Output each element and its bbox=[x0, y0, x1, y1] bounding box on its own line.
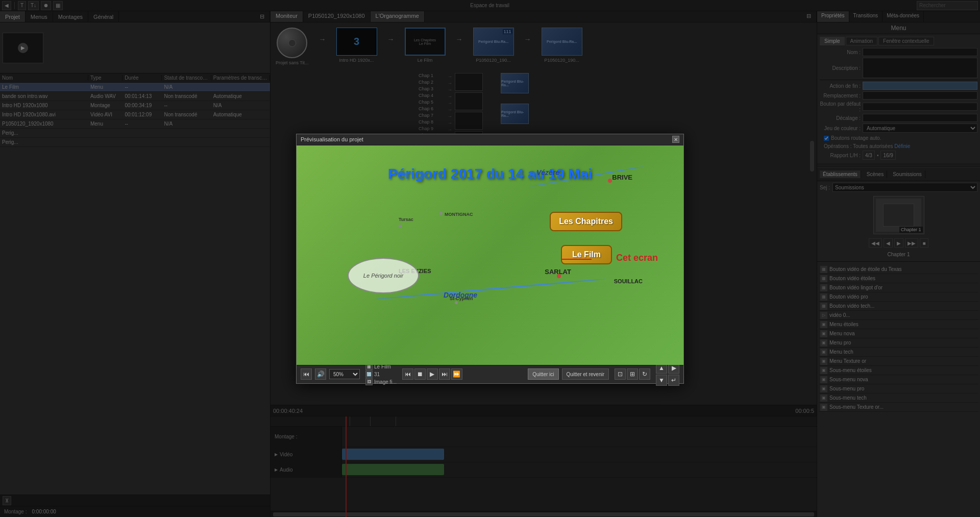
modal-nav-play[interactable]: ▶ bbox=[427, 368, 438, 380]
modal-image-label: Image fi... bbox=[374, 379, 397, 385]
perigord-text: Le Périgord noir bbox=[363, 273, 403, 279]
city-dot-st-cyprien bbox=[455, 301, 458, 304]
city-montignac: MONTIGNAC bbox=[445, 212, 473, 217]
brive-dot bbox=[608, 179, 612, 183]
preview-modal: Prévisualisation du projet ✕ Périgord 20… bbox=[296, 134, 684, 384]
modal-down[interactable]: ▼ bbox=[656, 375, 667, 386]
modal-title: Prévisualisation du projet bbox=[301, 136, 363, 142]
cet-ecran-label: Cet ecran bbox=[616, 253, 658, 263]
modal-resize-1[interactable]: ⊡ bbox=[615, 368, 626, 380]
modal-chapter-row: 🔢 31 bbox=[365, 371, 397, 378]
modal-overlay[interactable]: Prévisualisation du projet ✕ Périgord 20… bbox=[0, 0, 980, 517]
city-dot-montignac bbox=[439, 212, 443, 215]
modal-right-controls: ⊡ ⊞ ↻ bbox=[615, 368, 650, 380]
perigord-oval: Le Périgord noir bbox=[348, 258, 419, 293]
map-title: Périgord 2017 du 14 au 19 Mai bbox=[388, 166, 592, 182]
modal-content: Périgord 2017 du 14 au 19 Mai Vézère Dor… bbox=[297, 145, 683, 365]
chapter-icon: 🔢 bbox=[365, 371, 373, 378]
btn-film[interactable]: Le Film bbox=[561, 245, 612, 264]
modal-resize-2[interactable]: ⊞ bbox=[627, 368, 638, 380]
map-image: Périgord 2017 du 14 au 19 Mai Vézère Dor… bbox=[297, 145, 683, 365]
modal-speed-select[interactable]: 50% bbox=[329, 369, 360, 379]
image-icon: 🖼 bbox=[365, 378, 373, 385]
sarlat-dot bbox=[557, 274, 561, 278]
city-tursac: Tursac bbox=[399, 217, 413, 222]
btn-quit[interactable]: Quitter ici bbox=[528, 368, 558, 380]
annotation-arrow bbox=[561, 259, 592, 260]
modal-nav-skip[interactable]: ⏩ bbox=[451, 368, 462, 380]
modal-current-chapter: 31 bbox=[374, 372, 380, 377]
modal-audio[interactable]: 🔊 bbox=[315, 368, 326, 380]
modal-menu-info: ▦ Le Film 🔢 31 🖼 Image fi... bbox=[365, 363, 397, 385]
modal-nav-prev[interactable]: ⏮ bbox=[402, 368, 413, 380]
modal-toolbar: ⏮ 🔊 50% ▦ Le Film 🔢 31 🖼 Image fi... bbox=[297, 365, 683, 383]
modal-close-btn[interactable]: ✕ bbox=[672, 136, 679, 143]
modal-nav-ff[interactable]: ⏭ bbox=[439, 368, 450, 380]
modal-enter[interactable]: ↵ bbox=[668, 375, 679, 386]
modal-nav-controls: ⏮ ⏹ ▶ ⏭ ⏩ bbox=[402, 368, 462, 380]
modal-nav-stop[interactable]: ⏹ bbox=[414, 368, 426, 380]
btn-chapitres[interactable]: Les Chapitres bbox=[550, 212, 622, 231]
modal-image-row: 🖼 Image fi... bbox=[365, 378, 397, 385]
modal-rotate[interactable]: ↻ bbox=[639, 368, 650, 380]
modal-arrow-controls: ▲ ▶ ▼ ↵ bbox=[656, 362, 679, 386]
city-dot-tursac bbox=[399, 225, 402, 228]
souillac-label: SOUILLAC bbox=[614, 278, 643, 284]
modal-titlebar: Prévisualisation du projet ✕ bbox=[297, 134, 683, 145]
city-st-cyprien: St-Cyprien bbox=[450, 296, 473, 301]
vezere-label: Vézère bbox=[536, 168, 559, 177]
brive-label: BRIVE bbox=[612, 174, 632, 181]
btn-quit-return[interactable]: Quitter et revenir bbox=[562, 368, 609, 380]
modal-skip-prev[interactable]: ⏮ bbox=[301, 368, 312, 380]
